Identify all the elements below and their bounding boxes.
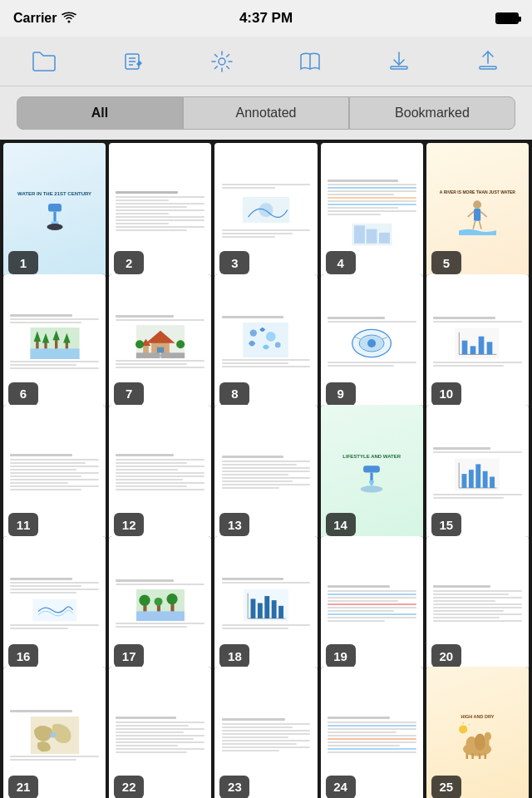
- page-thumb-13[interactable]: 13: [214, 405, 317, 541]
- edit-button[interactable]: [116, 45, 150, 78]
- page-thumb-23[interactable]: 23: [214, 667, 317, 798]
- tab-all[interactable]: All: [17, 96, 183, 130]
- page-thumb-24[interactable]: 24: [321, 667, 423, 798]
- page-thumb-5[interactable]: A RIVER IS MORE THAN JUST WATER 5: [426, 143, 529, 279]
- page-number-5: 5: [431, 251, 461, 274]
- svg-point-13: [47, 224, 62, 230]
- page-number-15: 15: [431, 513, 461, 536]
- svg-rect-11: [48, 204, 62, 212]
- page-thumb-17[interactable]: 17: [109, 536, 211, 672]
- svg-line-22: [468, 211, 474, 217]
- library-button[interactable]: [293, 45, 327, 78]
- svg-rect-98: [479, 753, 481, 759]
- svg-point-20: [473, 200, 481, 209]
- svg-rect-61: [487, 342, 493, 355]
- page-thumb-3[interactable]: 3: [214, 143, 317, 279]
- svg-rect-18: [366, 229, 377, 243]
- page-thumb-10[interactable]: 10: [426, 274, 529, 411]
- tab-bookmarked[interactable]: Bookmarked: [349, 96, 515, 130]
- page-thumb-22[interactable]: 22: [109, 667, 211, 798]
- svg-rect-97: [471, 753, 474, 759]
- download-button[interactable]: [382, 45, 416, 78]
- page-number-7: 7: [114, 382, 144, 406]
- page-number-23: 23: [219, 776, 249, 798]
- svg-point-77: [139, 595, 150, 606]
- page-thumb-9[interactable]: 9: [321, 274, 423, 411]
- svg-rect-19: [379, 232, 390, 243]
- page-number-24: 24: [326, 776, 356, 798]
- page-number-18: 18: [219, 644, 249, 667]
- svg-point-93: [475, 734, 486, 751]
- status-bar: Carrier 4:37 PM: [0, 0, 532, 37]
- time-display: 4:37 PM: [239, 10, 293, 27]
- page-number-16: 16: [8, 644, 38, 667]
- page-number-6: 6: [8, 382, 38, 406]
- share-button[interactable]: [471, 45, 505, 78]
- svg-point-0: [68, 20, 71, 22]
- page-number-9: 9: [326, 382, 356, 406]
- page-thumb-25[interactable]: HIGH AND DRY 25: [426, 667, 529, 798]
- page-thumb-4[interactable]: 4: [321, 143, 423, 279]
- page-number-4: 4: [326, 251, 356, 274]
- svg-rect-7: [391, 66, 407, 69]
- svg-rect-63: [371, 473, 373, 481]
- page-thumb-21[interactable]: 21: [3, 667, 106, 798]
- settings-button[interactable]: [205, 45, 239, 78]
- page-thumb-6[interactable]: 6: [3, 274, 106, 411]
- toolbar: [0, 37, 532, 86]
- svg-rect-96: [466, 753, 468, 759]
- tab-annotated[interactable]: Annotated: [183, 96, 349, 130]
- svg-point-49: [275, 342, 281, 348]
- svg-point-48: [266, 332, 276, 342]
- page-number-8: 8: [219, 382, 249, 406]
- page-number-21: 21: [8, 776, 38, 798]
- page-number-20: 20: [431, 644, 461, 667]
- page-thumb-16[interactable]: 16: [3, 536, 106, 672]
- page-thumb-7[interactable]: 7: [109, 274, 211, 411]
- svg-point-95: [484, 732, 490, 741]
- svg-rect-55: [456, 328, 500, 359]
- page-thumb-12[interactable]: 12: [109, 405, 211, 541]
- svg-rect-21: [474, 209, 480, 221]
- svg-rect-12: [53, 212, 56, 222]
- svg-line-102: [469, 725, 470, 726]
- svg-point-5: [219, 58, 225, 65]
- page-number-2: 2: [114, 251, 144, 274]
- page-grid: WATER IN THE 21ST CENTURY 1: [0, 140, 532, 798]
- svg-point-64: [361, 485, 382, 492]
- page-thumb-15[interactable]: 15: [426, 405, 529, 541]
- wifi-icon: [62, 12, 76, 26]
- svg-point-44: [135, 341, 144, 349]
- folder-button[interactable]: [27, 45, 61, 78]
- svg-point-45: [176, 341, 185, 349]
- svg-rect-89: [278, 606, 283, 618]
- svg-rect-68: [462, 474, 467, 488]
- svg-point-47: [250, 330, 257, 337]
- page-thumb-14[interactable]: LIFESTYLE AND WATER 14: [321, 405, 423, 541]
- svg-point-52: [367, 339, 376, 347]
- svg-line-25: [479, 221, 480, 229]
- page-thumb-11[interactable]: 11: [3, 405, 106, 541]
- page-thumb-18[interactable]: 18: [214, 536, 317, 672]
- svg-line-23: [480, 211, 486, 217]
- svg-rect-9: [480, 66, 496, 69]
- carrier-label: Carrier: [13, 11, 57, 26]
- segmented-control: All Annotated Bookmarked: [0, 86, 532, 140]
- page-thumb-2[interactable]: 2: [109, 143, 211, 279]
- svg-line-24: [473, 221, 475, 229]
- svg-rect-70: [476, 464, 481, 488]
- page-number-10: 10: [431, 382, 461, 406]
- page-thumb-20[interactable]: 20: [426, 536, 529, 672]
- svg-point-79: [154, 598, 162, 606]
- svg-rect-46: [244, 323, 289, 357]
- page-thumb-19[interactable]: 19: [321, 536, 423, 672]
- status-right: [495, 12, 519, 24]
- page-number-14: 14: [326, 513, 356, 536]
- svg-rect-71: [483, 471, 488, 488]
- page-thumb-1[interactable]: WATER IN THE 21ST CENTURY 1: [3, 143, 106, 279]
- page-number-22: 22: [114, 776, 144, 798]
- svg-point-100: [459, 725, 467, 733]
- svg-rect-27: [30, 349, 79, 360]
- page-thumb-8[interactable]: 8: [214, 274, 317, 411]
- page-number-11: 11: [8, 513, 38, 536]
